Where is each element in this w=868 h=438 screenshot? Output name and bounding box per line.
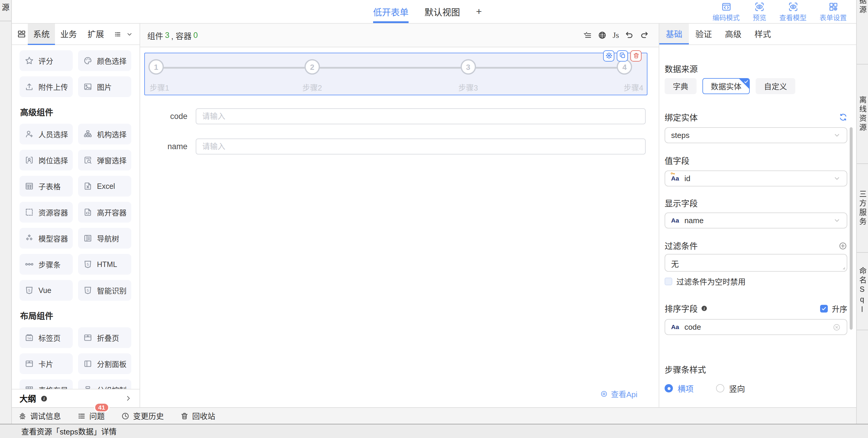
component-item-高开容器[interactable]: 高开容器 xyxy=(78,202,131,223)
component-item-弹窗选择[interactable]: 弹窗选择 xyxy=(78,150,131,171)
component-item-步骤条[interactable]: 步骤条 xyxy=(20,254,73,275)
component-item-评分[interactable]: 评分 xyxy=(20,50,73,71)
bottom-tool-调试信息[interactable]: 调试信息 xyxy=(18,410,61,421)
right-dock-tab-据源[interactable]: 据源 xyxy=(857,0,868,64)
undo-icon[interactable] xyxy=(625,31,634,40)
bottom-tool-回收站[interactable]: 回收站 xyxy=(180,410,215,421)
properties-tab-bar: 基础验证高级样式 xyxy=(659,24,856,45)
right-dock-tab-三方服务[interactable]: 三方服务 xyxy=(857,164,868,253)
panel-scrollbar[interactable] xyxy=(850,127,852,330)
list-view-icon[interactable] xyxy=(114,30,121,37)
component-item-label: 卡片 xyxy=(38,358,53,369)
clear-icon[interactable] xyxy=(833,323,841,331)
view-tab[interactable]: 默认视图 xyxy=(425,0,460,23)
resize-handle-icon[interactable] xyxy=(840,265,845,270)
redo-icon[interactable] xyxy=(640,31,649,40)
top-action-预览[interactable]: 预览 xyxy=(753,2,766,22)
properties-tab-验证[interactable]: 验证 xyxy=(689,24,718,45)
component-item-颜色选择[interactable]: 颜色选择 xyxy=(78,50,131,71)
sort-ascending-checkbox[interactable] xyxy=(820,304,828,312)
steps-component-selected[interactable]: 1步骤12步骤23步骤34步骤4 xyxy=(144,53,647,95)
radio-icon xyxy=(716,384,724,392)
component-item-label: 导航树 xyxy=(97,233,119,244)
filter-condition-input[interactable]: 无 xyxy=(664,254,847,272)
view-api-link[interactable]: 查看Api xyxy=(600,388,638,400)
canvas-body: 1步骤12步骤23步骤34步骤4 codename 查看Api xyxy=(140,47,659,407)
component-item-导航树[interactable]: 导航树 xyxy=(78,228,131,249)
svg-text:i: i xyxy=(704,306,705,311)
data-source-option-自定义[interactable]: 自定义 xyxy=(756,78,795,94)
step-style-radio-横项[interactable]: 横项 xyxy=(664,382,693,394)
component-item-卡片[interactable]: 卡片 xyxy=(20,353,73,374)
component-item-分组控制[interactable]: 分组控制 xyxy=(78,379,131,389)
component-item-Excel[interactable]: Excel xyxy=(78,176,131,197)
js-toolbar-button[interactable]: Js xyxy=(613,30,619,40)
html5-icon: 5 xyxy=(83,260,92,269)
display-field-select[interactable]: Aa name xyxy=(664,212,847,229)
eye-circle-icon xyxy=(600,390,608,398)
filter-value: 无 xyxy=(671,260,679,269)
component-item-标签页[interactable]: Tab标签页 xyxy=(20,327,73,348)
sort-field-input[interactable]: Aa code xyxy=(664,319,847,335)
sidebar-tab-业务[interactable]: 业务 xyxy=(55,24,82,45)
chevron-down-icon[interactable] xyxy=(126,30,133,37)
filter-empty-disable-checkbox[interactable] xyxy=(664,278,672,285)
text-field-type-icon: Aa xyxy=(671,217,679,224)
properties-tab-基础[interactable]: 基础 xyxy=(659,24,689,45)
component-copy-button[interactable] xyxy=(617,50,628,61)
component-delete-button[interactable] xyxy=(630,50,642,61)
top-action-编码模式[interactable]: 编码模式 xyxy=(712,2,740,22)
canvas-header: 组件 3 , 容器 0 Js xyxy=(140,24,659,47)
check-list-icon[interactable] xyxy=(583,31,592,40)
component-item-岗位选择[interactable]: 岗位选择 xyxy=(20,150,73,171)
step-style-radio-竖向[interactable]: 竖向 xyxy=(716,382,745,394)
component-item-智能识别[interactable]: 5智能识别 xyxy=(78,280,131,301)
left-dock-tab[interactable]: 源 xyxy=(0,0,11,21)
canvas-toolbar: Js xyxy=(583,30,649,40)
component-item-附件上传[interactable]: 附件上传 xyxy=(20,76,73,97)
properties-tab-样式[interactable]: 样式 xyxy=(748,24,778,45)
value-field-select[interactable]: Aa id xyxy=(664,171,847,186)
field-input-code[interactable] xyxy=(196,108,646,124)
outline-label: 大纲 xyxy=(20,392,36,404)
display-field-value: name xyxy=(684,216,704,225)
component-settings-button[interactable] xyxy=(603,50,614,61)
selection-toolbar xyxy=(603,50,642,61)
bind-entity-value: steps xyxy=(671,131,689,140)
component-item-HTML[interactable]: 5HTML xyxy=(78,254,131,275)
properties-tab-高级[interactable]: 高级 xyxy=(718,24,748,45)
right-dock-tab-命名Sql[interactable]: 命名Sql xyxy=(857,253,868,330)
add-view-tab-button[interactable]: + xyxy=(476,0,482,23)
data-source-option-数据实体[interactable]: 数据实体 xyxy=(703,78,750,94)
step-label: 步骤1 xyxy=(150,82,169,93)
eye-scan-icon xyxy=(754,2,765,12)
component-item-子表格[interactable]: 子表格 xyxy=(20,176,73,197)
data-source-option-字典[interactable]: 字典 xyxy=(664,78,696,94)
view-tab[interactable]: 低开表单 xyxy=(373,0,409,23)
component-item-分割面板[interactable]: 分割面板 xyxy=(78,353,131,374)
top-action-查看模型[interactable]: 查看模型 xyxy=(779,2,807,22)
component-item-label: 资源容器 xyxy=(38,207,68,218)
add-filter-icon[interactable] xyxy=(838,241,847,250)
sidebar-tab-系统[interactable]: 系统 xyxy=(28,24,55,45)
component-item-机构选择[interactable]: 机构选择 xyxy=(78,124,131,144)
top-action-表单设置[interactable]: 表单设置 xyxy=(819,2,847,22)
right-dock-tab-离线资源[interactable]: 离线资源 xyxy=(857,64,868,164)
component-item-图片[interactable]: 图片 xyxy=(78,76,131,97)
component-item-Vue[interactable]: 5Vue xyxy=(20,280,73,301)
component-item-资源容器[interactable]: 资源容器 xyxy=(20,202,73,223)
component-item-表格布局[interactable]: 表格布局 xyxy=(20,379,73,389)
component-item-模型容器[interactable]: 模型容器 xyxy=(20,228,73,249)
component-item-折叠页[interactable]: 折叠页 xyxy=(78,327,131,348)
components-grid-icon[interactable] xyxy=(17,30,26,38)
component-item-人员选择[interactable]: 人员选择 xyxy=(20,124,73,144)
refresh-icon[interactable] xyxy=(839,113,847,121)
list-icon xyxy=(78,412,86,420)
bind-entity-select[interactable]: steps xyxy=(664,127,847,143)
sidebar-tab-扩展[interactable]: 扩展 xyxy=(82,24,110,45)
field-input-name[interactable] xyxy=(196,139,646,154)
outline-toggle[interactable]: 大纲 i xyxy=(12,389,140,407)
globe-icon[interactable] xyxy=(598,31,607,40)
bottom-tool-变更历史[interactable]: 变更历史 xyxy=(121,410,164,421)
container-count-label: , 容器 xyxy=(171,29,192,41)
